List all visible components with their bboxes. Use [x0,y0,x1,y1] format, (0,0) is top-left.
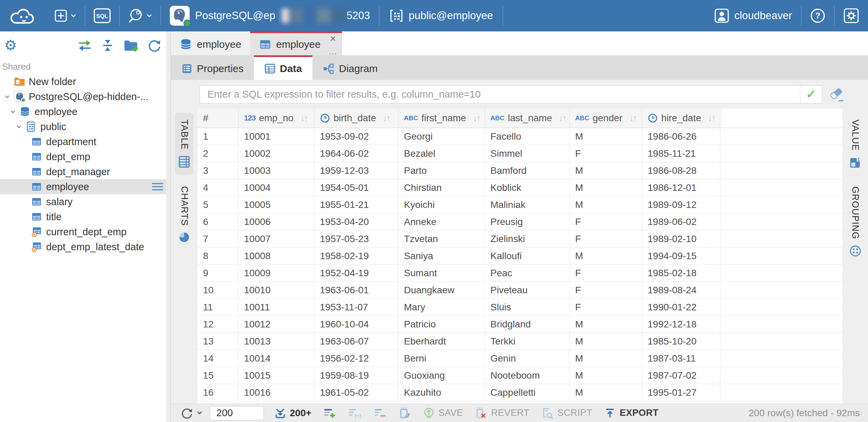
data-cell[interactable]: Koblick [485,179,570,196]
sort-icons[interactable]: ↓↑ [300,113,307,124]
table-row[interactable]: 5100051955-01-21KyoichiMaliniakM1989-09-… [198,196,842,213]
table-row[interactable]: 13100131963-06-07EberhardtTerkkiM1985-10… [198,333,842,350]
data-cell[interactable]: 1958-02-19 [314,248,398,264]
sort-icons[interactable]: ↓↑ [383,113,390,124]
data-cell[interactable]: Genin [485,350,570,367]
table-row[interactable]: 2100021964-06-02BezalelSimmelF1985-11-21 [198,145,842,162]
tree-item-public[interactable]: public [0,119,171,134]
sort-icons[interactable]: ↓↑ [473,113,480,124]
add-row-button[interactable] [323,407,336,419]
data-cell[interactable]: 1990-01-22 [642,299,720,315]
column-header-last_name[interactable]: ABClast_name↓↑ [485,109,570,128]
row-number-cell[interactable]: 4 [198,179,239,196]
data-cell[interactable]: 1986-12-01 [642,179,720,196]
data-cell[interactable]: M [570,350,642,367]
data-cell[interactable]: 10006 [239,213,314,230]
duplicate-row-button[interactable]: (+) [348,407,362,419]
column-header-first_name[interactable]: ABCfirst_name↓↑ [398,109,485,128]
sidebar-scrollbar[interactable] [166,31,171,422]
sort-icons[interactable]: ↓↑ [708,113,715,124]
data-cell[interactable]: 1995-01-27 [642,384,720,401]
row-number-cell[interactable]: 16 [198,384,239,401]
data-cell[interactable]: 1961-05-02 [314,384,398,401]
collapse-all-icon[interactable] [101,39,114,52]
data-cell[interactable]: 1953-04-20 [314,213,398,230]
new-folder-icon[interactable] [123,39,138,52]
clear-filter-icon[interactable] [828,86,846,103]
data-cell[interactable]: Zielinski [485,230,570,247]
refresh-results-button[interactable] [180,407,202,420]
table-row[interactable]: 1100011953-09-02GeorgiFacelloM1986-06-26 [198,128,842,145]
data-cell[interactable]: 1955-01-21 [314,196,398,213]
row-number-cell[interactable]: 8 [198,248,239,264]
data-cell[interactable]: M [570,367,642,384]
presentation-tab-charts[interactable]: CHARTS [175,179,193,251]
navigator-settings-icon[interactable]: ⚙ [4,38,17,53]
apply-changes-button[interactable] [398,407,411,420]
tree-item-new-folder[interactable]: New folder [0,74,171,89]
data-cell[interactable]: Terkki [485,333,570,350]
table-row[interactable]: 7100071957-05-23TzvetanZielinskiF1989-02… [198,230,842,248]
tab-employee-database[interactable]: employee [171,31,250,55]
table-row[interactable]: 9100091952-04-19SumantPeacF1985-02-18 [198,265,842,282]
table-row[interactable]: 4100041954-05-01ChirstianKoblickM1986-12… [198,179,842,196]
row-number-cell[interactable]: 13 [198,333,239,350]
data-cell[interactable]: 10012 [239,316,314,333]
data-cell[interactable]: Kalloufi [485,248,570,264]
data-cell[interactable]: Preusig [485,213,570,230]
data-cell[interactable]: Berni [398,350,485,367]
table-row[interactable]: 3100031959-12-03PartoBamfordM1986-08-28 [198,162,842,179]
help-button[interactable]: ? [801,0,834,31]
data-cell[interactable]: 1953-11-07 [314,299,398,315]
connection-selector[interactable]: PostgreSQL@ep5203 [161,6,379,26]
panel-tab-grouping[interactable]: GROUPING [846,180,864,264]
row-number-cell[interactable]: 3 [198,162,239,179]
data-cell[interactable]: Cappelletti [485,384,570,401]
sql-filter-input[interactable] [200,89,800,100]
tree-item-dept-manager[interactable]: dept_manager [0,164,171,179]
tab-diagram[interactable]: Diagram [312,55,388,80]
data-cell[interactable]: Facello [485,128,570,145]
tree-item-department[interactable]: department [0,134,171,149]
row-number-cell[interactable]: 10 [198,282,239,298]
data-cell[interactable]: 1960-10-04 [314,316,398,333]
data-cell[interactable]: 10008 [239,248,314,264]
schema-selector[interactable]: public@employee [379,8,503,23]
data-cell[interactable]: Duangkaew [398,282,485,298]
data-cell[interactable]: M [570,248,642,264]
tree-item-title[interactable]: title [0,209,171,224]
refresh-icon[interactable] [147,38,162,53]
script-button[interactable]: SCRIPT [541,407,592,420]
sort-icons[interactable]: ↓↑ [559,113,566,124]
row-number-cell[interactable]: 1 [198,128,239,145]
tab-menu-dots-icon[interactable]: ... [329,50,337,54]
tree-item-employee[interactable]: employee [0,179,171,194]
column-header-hire_date[interactable]: hire_date↓↑ [642,109,720,128]
table-row[interactable]: 8100081958-02-19SaniyaKalloufiM1994-09-1… [198,248,842,265]
data-cell[interactable]: M [570,316,642,333]
tree-item-employee[interactable]: employee [0,104,171,119]
data-cell[interactable]: Chirstian [398,179,485,196]
driver-tools-button[interactable] [120,0,161,31]
data-cell[interactable]: M [570,196,642,213]
panel-tab-value[interactable]: VALUE [846,113,864,175]
presentation-tab-table[interactable]: TABLE [175,113,193,175]
tab-employee-table[interactable]: employee × ... [250,31,342,55]
data-cell[interactable]: Bamford [485,162,570,179]
row-number-cell[interactable]: 2 [198,145,239,162]
data-cell[interactable]: M [570,179,642,196]
data-cell[interactable]: M [570,333,642,350]
data-cell[interactable]: Patricio [398,316,485,333]
data-cell[interactable]: F [570,299,642,315]
expand-chevron-icon[interactable] [3,93,12,100]
data-cell[interactable]: Peac [485,265,570,281]
data-cell[interactable]: 1986-08-28 [642,162,720,179]
table-row[interactable]: 12100121960-10-04PatricioBridglandM1992-… [198,316,842,333]
data-cell[interactable]: 1963-06-01 [314,282,398,298]
data-cell[interactable]: 1952-04-19 [314,265,398,281]
data-cell[interactable]: Nooteboom [485,367,570,384]
data-cell[interactable]: 10016 [239,384,314,401]
close-tab-icon[interactable]: × [330,34,336,43]
data-cell[interactable]: 1989-08-24 [642,282,720,298]
revert-button[interactable]: REVERT [475,407,529,420]
